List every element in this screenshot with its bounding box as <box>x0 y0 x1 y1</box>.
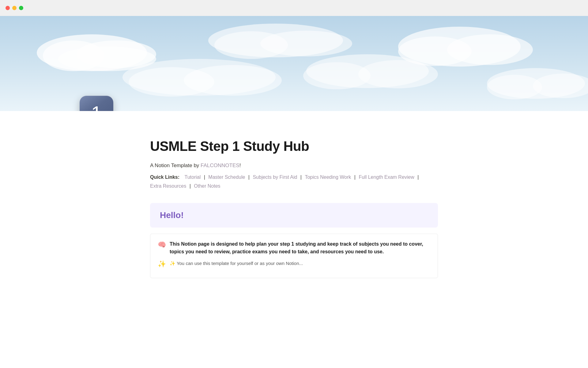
info-box: 🧠 This Notion page is designed to help p… <box>150 234 438 278</box>
info-box-secondary-text: ✨ You can use this template for yourself… <box>170 261 303 266</box>
info-box-content: This Notion page is designed to help pla… <box>170 240 430 256</box>
separator-2: | <box>248 174 251 180</box>
quick-link-subjects[interactable]: Subjects by First Aid <box>253 174 297 180</box>
svg-point-10 <box>447 34 533 65</box>
svg-point-16 <box>358 60 438 88</box>
titlebar <box>0 0 588 16</box>
info-box-secondary-icon: ✨ <box>158 260 166 268</box>
close-button[interactable] <box>6 6 10 10</box>
quick-links-label: Quick Links: <box>150 174 179 180</box>
page-icon: 1 <box>80 96 113 111</box>
content-body: USMLE Step 1 Study Hub A Notion Template… <box>150 111 438 278</box>
quick-link-topics[interactable]: Topics Needing Work <box>305 174 351 180</box>
separator-4: | <box>354 174 357 180</box>
minimize-button[interactable] <box>12 6 17 10</box>
maximize-button[interactable] <box>19 6 23 10</box>
separator-6: | <box>190 183 192 189</box>
hello-title: Hello! <box>160 210 428 220</box>
page-icon-symbol: 1 <box>91 102 102 111</box>
separator-1: | <box>204 174 207 180</box>
subtitle-prefix: A Notion Template by <box>150 163 201 168</box>
quick-link-full-length[interactable]: Full Length Exam Review <box>359 174 414 180</box>
subtitle-suffix: ! <box>239 163 241 168</box>
quick-link-other-notes[interactable]: Other Notes <box>194 183 220 189</box>
subtitle: A Notion Template by FALCONNOTES! <box>150 163 438 169</box>
svg-point-13 <box>184 65 282 96</box>
quick-links: Quick Links: Tutorial | Master Schedule … <box>150 173 438 191</box>
svg-point-7 <box>260 31 352 56</box>
info-box-main-text: This Notion page is designed to help pla… <box>170 240 430 256</box>
quick-link-master-schedule[interactable]: Master Schedule <box>208 174 245 180</box>
page-title: USMLE Step 1 Study Hub <box>150 139 438 154</box>
quick-link-extra-resources[interactable]: Extra Resources <box>150 183 186 189</box>
separator-3: | <box>300 174 303 180</box>
info-box-row-secondary: ✨ ✨ You can use this template for yourse… <box>158 259 430 268</box>
hello-section: Hello! <box>150 203 438 228</box>
separator-5: | <box>417 174 419 180</box>
brand-name[interactable]: FALCONNOTES <box>201 163 239 168</box>
info-box-row-main: 🧠 This Notion page is designed to help p… <box>158 240 430 256</box>
hero-banner: 1 <box>0 16 588 111</box>
quick-link-tutorial[interactable]: Tutorial <box>184 174 201 180</box>
content-wrapper: USMLE Step 1 Study Hub A Notion Template… <box>126 111 462 278</box>
info-box-icon: 🧠 <box>158 241 166 249</box>
page-icon-container: 1 <box>80 96 113 111</box>
